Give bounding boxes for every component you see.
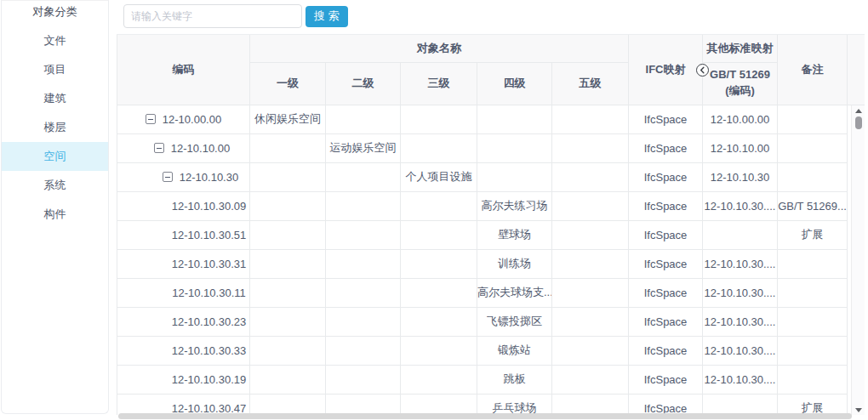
collapse-row-icon[interactable] — [163, 172, 173, 182]
cell-gbt-code: 12-10.10.30.... — [703, 249, 778, 278]
cell-level-2 — [326, 249, 401, 278]
table-body: 12-10.00.00 休闲娱乐空间 IfcSpace 12-10.00.00 … — [117, 105, 865, 415]
cell-level-3 — [401, 133, 477, 162]
header-ifc-mapping: IFC映射 — [629, 35, 703, 105]
cell-remark — [778, 365, 848, 394]
cell-level-3: 个人项目设施 — [401, 162, 477, 191]
cell-level-2 — [326, 307, 401, 336]
cell-level-3 — [401, 365, 477, 394]
header-remark: 备注 — [778, 35, 848, 105]
header-level-2: 二级 — [326, 62, 401, 105]
cell-gbt-code: 12-10.00.00 — [703, 105, 778, 133]
cell-level-5 — [552, 220, 629, 249]
cell-level-1 — [250, 133, 326, 162]
table-row[interactable]: 12-10.10.30.19 跳板 IfcSpace 12-10.10.30..… — [117, 365, 865, 394]
cell-gbt-code: 12-10.10.30.... — [703, 336, 778, 365]
sidebar-item-label: 楼层 — [44, 121, 66, 133]
vertical-scrollbar[interactable] — [851, 105, 865, 415]
cell-level-1 — [250, 162, 326, 191]
cell-code: 12-10.10.30.09 — [172, 200, 246, 213]
sidebar-item-3[interactable]: 楼层 — [2, 113, 108, 142]
cell-level-2 — [326, 394, 401, 415]
header-gbt-line1: GB/T 51269 — [703, 67, 777, 83]
sidebar-item-6[interactable]: 构件 — [2, 200, 108, 229]
search-input[interactable] — [123, 4, 302, 28]
cell-level-4: 训练场 — [477, 249, 552, 278]
cell-remark — [778, 249, 848, 278]
cell-remark — [778, 133, 848, 162]
table-row[interactable]: 12-10.10.30.33 锻炼站 IfcSpace 12-10.10.30.… — [117, 336, 865, 365]
cell-gbt-code — [703, 220, 778, 249]
cell-level-5 — [552, 105, 629, 133]
sidebar-item-0[interactable]: 文件 — [2, 26, 108, 55]
sidebar-item-4[interactable]: 空间 — [2, 142, 108, 171]
table-row[interactable]: 12-10.10.30.47 乒乓球场 IfcSpace 扩展 — [117, 394, 865, 415]
cell-gbt-code: 12-10.10.30.... — [703, 191, 778, 220]
table-row[interactable]: 12-10.10.30.11 高尔夫球场支... IfcSpace 12-10.… — [117, 278, 865, 307]
cell-remark — [778, 105, 848, 133]
cell-level-3 — [401, 191, 477, 220]
table-row[interactable]: 12-10.10.30 个人项目设施 IfcSpace 12-10.10.30 — [117, 162, 865, 191]
sidebar-item-1[interactable]: 项目 — [2, 55, 108, 84]
cell-gbt-code: 12-10.10.30 — [703, 162, 778, 191]
table-row[interactable]: 12-10.10.30.09 高尔夫练习场 IfcSpace 12-10.10.… — [117, 191, 865, 220]
cell-code: 12-10.10.30.31 — [172, 258, 246, 270]
cell-level-3 — [401, 278, 477, 307]
classification-table: 编码 对象名称 IFC映射 其他标准映射 备注 一级 二级 三级 四级 五级 G… — [117, 34, 865, 415]
cell-level-4: 飞镖投掷区 — [477, 307, 552, 336]
table: 编码 对象名称 IFC映射 其他标准映射 备注 一级 二级 三级 四级 五级 G… — [117, 35, 865, 415]
cell-level-1 — [250, 394, 326, 415]
sidebar-item-5[interactable]: 系统 — [2, 171, 108, 200]
cell-level-2 — [326, 278, 401, 307]
sidebar-item-label: 文件 — [44, 34, 66, 47]
cell-remark: 扩展 — [778, 394, 848, 415]
cell-gbt-code: 12-10.10.30.... — [703, 365, 778, 394]
cell-level-4: 锻炼站 — [477, 336, 552, 365]
table-row[interactable]: 12-10.00.00 休闲娱乐空间 IfcSpace 12-10.00.00 — [117, 105, 865, 133]
sidebar-title: 对象分类 — [2, 1, 108, 26]
cell-remark — [778, 278, 848, 307]
collapse-columns-icon[interactable] — [696, 64, 709, 77]
cell-level-3 — [401, 336, 477, 365]
sidebar: 对象分类 文件 项目 建筑 楼层 空间 系统 构件 — [1, 0, 109, 414]
vertical-scrollbar-thumb[interactable] — [855, 116, 862, 129]
cell-level-5 — [552, 394, 629, 415]
cell-code: 12-10.10.30.19 — [172, 373, 246, 386]
cell-ifc-mapping: IfcSpace — [629, 336, 703, 365]
cell-ifc-mapping: IfcSpace — [629, 249, 703, 278]
search-button[interactable]: 搜 索 — [306, 6, 348, 27]
cell-ifc-mapping: IfcSpace — [629, 133, 703, 162]
scroll-down-icon[interactable] — [855, 408, 862, 412]
cell-level-5 — [552, 162, 629, 191]
table-row[interactable]: 12-10.10.30.51 壁球场 IfcSpace 扩展 — [117, 220, 865, 249]
cell-level-3 — [401, 220, 477, 249]
cell-level-5 — [552, 133, 629, 162]
sidebar-item-label: 系统 — [44, 179, 66, 191]
table-row[interactable]: 12-10.10.00 运动娱乐空间 IfcSpace 12-10.10.00 — [117, 133, 865, 162]
cell-gbt-code: 12-10.10.30.... — [703, 307, 778, 336]
horizontal-scrollbar-thumb[interactable] — [118, 413, 852, 419]
cell-remark — [778, 162, 848, 191]
cell-gbt-code: 12-10.10.00 — [703, 133, 778, 162]
cell-level-2: 运动娱乐空间 — [326, 133, 401, 162]
cell-code: 12-10.10.00 — [171, 142, 230, 155]
table-header: 编码 对象名称 IFC映射 其他标准映射 备注 一级 二级 三级 四级 五级 G… — [117, 35, 865, 105]
table-row[interactable]: 12-10.10.30.31 训练场 IfcSpace 12-10.10.30.… — [117, 249, 865, 278]
cell-level-1 — [250, 336, 326, 365]
table-row[interactable]: 12-10.10.30.23 飞镖投掷区 IfcSpace 12-10.10.3… — [117, 307, 865, 336]
cell-ifc-mapping: IfcSpace — [629, 365, 703, 394]
header-gbt-line2: (编码) — [703, 83, 777, 99]
cell-remark: 扩展 — [778, 220, 848, 249]
cell-ifc-mapping: IfcSpace — [629, 220, 703, 249]
cell-level-5 — [552, 278, 629, 307]
cell-level-4: 高尔夫球场支... — [477, 278, 552, 307]
cell-code: 12-10.10.30.33 — [172, 344, 246, 357]
cell-level-2 — [326, 191, 401, 220]
cell-level-4 — [477, 162, 552, 191]
collapse-row-icon[interactable] — [154, 143, 164, 153]
cell-code: 12-10.10.30.23 — [172, 315, 246, 328]
cell-ifc-mapping: IfcSpace — [629, 278, 703, 307]
scroll-up-icon[interactable] — [855, 109, 862, 113]
collapse-row-icon[interactable] — [146, 114, 156, 124]
sidebar-item-2[interactable]: 建筑 — [2, 84, 108, 113]
